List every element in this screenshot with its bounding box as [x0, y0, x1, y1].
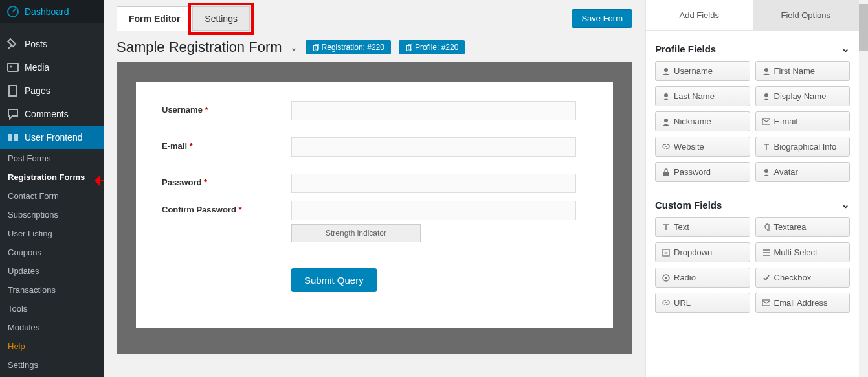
field-type-e-mail[interactable]: E-mail — [755, 111, 851, 131]
sub-coupons[interactable]: Coupons — [0, 243, 104, 262]
field-type-avatar[interactable]: Avatar — [755, 162, 851, 182]
username-input[interactable] — [291, 101, 576, 120]
scrollbar-thumb[interactable] — [859, 4, 868, 51]
sub-help[interactable]: Help — [0, 337, 104, 356]
field-username[interactable]: Username * — [162, 101, 587, 120]
text-icon — [662, 223, 670, 231]
confirm-password-input[interactable] — [291, 201, 576, 220]
field-type-label: Dropdown — [674, 247, 712, 257]
radio-icon — [662, 274, 670, 282]
copy-icon — [312, 44, 319, 51]
section-custom-fields[interactable]: Custom Fields⌄ — [655, 195, 850, 217]
field-type-display-name[interactable]: Display Name — [755, 86, 851, 106]
sidebar-item-comments[interactable]: Comments — [0, 102, 104, 126]
sidebar-item-label: User Frontend — [25, 132, 82, 143]
sub-settings[interactable]: Settings — [0, 356, 104, 374]
password-input[interactable] — [291, 174, 576, 193]
sidebar-item-dashboard[interactable]: Dashboard — [0, 0, 104, 23]
sub-user-listing[interactable]: User Listing — [0, 224, 104, 243]
sub-post-forms[interactable]: Post Forms — [0, 149, 104, 168]
text-icon — [762, 143, 770, 151]
sub-subscriptions[interactable]: Subscriptions — [0, 205, 104, 224]
password-strength-indicator: Strength indicator — [291, 224, 421, 242]
sidebar-item-label: Comments — [25, 109, 69, 119]
main-content: Form Editor Settings Save Form Sample Re… — [104, 0, 645, 377]
save-form-button[interactable]: Save Form — [572, 9, 632, 28]
field-type-label: Website — [674, 142, 704, 152]
chevron-down-icon[interactable]: ⌄ — [290, 42, 298, 52]
submit-query-button[interactable]: Submit Query — [291, 268, 377, 292]
field-type-email-address[interactable]: Email Address — [755, 293, 851, 313]
sidebar-item-user-frontend[interactable]: User Frontend — [0, 126, 104, 149]
field-type-label: Checkbox — [774, 273, 812, 282]
field-type-checkbox[interactable]: Checkbox — [755, 268, 851, 288]
field-label: Password — [162, 177, 201, 187]
tab-settings[interactable]: Settings — [192, 6, 250, 31]
sidebar-item-label: Pages — [25, 86, 50, 96]
field-type-label: Last Name — [674, 91, 715, 101]
tab-form-editor[interactable]: Form Editor — [117, 6, 192, 31]
user-icon — [762, 93, 770, 100]
admin-sidebar: Dashboard Posts Media Pages Comments Use… — [0, 0, 104, 377]
pin-icon — [6, 38, 19, 51]
sidebar-item-posts[interactable]: Posts — [0, 32, 104, 56]
profile-shortcode-pill[interactable]: Profile: #220 — [399, 40, 465, 54]
sub-tools[interactable]: Tools — [0, 299, 104, 318]
user-icon — [762, 168, 770, 176]
field-label: Confirm Password — [162, 205, 236, 214]
field-type-label: Nickname — [674, 117, 711, 126]
field-type-text[interactable]: Text — [655, 217, 750, 237]
check-icon — [762, 274, 770, 282]
field-type-url[interactable]: URL — [655, 293, 750, 313]
user-icon — [662, 67, 670, 75]
field-type-label: E-mail — [774, 117, 798, 126]
sub-registration-forms[interactable]: Registration Forms — [0, 168, 104, 187]
field-type-radio[interactable]: Radio — [655, 268, 750, 288]
field-type-username[interactable]: Username — [655, 61, 750, 81]
email-input[interactable] — [291, 137, 576, 157]
required-asterisk: * — [205, 105, 208, 115]
sidebar-item-label: Dashboard — [25, 6, 69, 17]
section-profile-fields[interactable]: Profile Fields⌄ — [655, 39, 850, 61]
field-type-first-name[interactable]: First Name — [755, 61, 851, 81]
sidebar-item-pages[interactable]: Pages — [0, 79, 104, 102]
section-title: Custom Fields — [655, 200, 722, 211]
required-asterisk: * — [204, 177, 207, 187]
field-type-label: First Name — [774, 66, 816, 76]
page-icon — [6, 84, 19, 97]
field-label: Username — [162, 105, 203, 115]
field-email[interactable]: E-mail * — [162, 137, 587, 157]
form-canvas-wrap: Username * E-mail * Password * Confirm P… — [117, 62, 632, 354]
right-panel: Add Fields Field Options Profile Fields⌄… — [645, 0, 859, 377]
field-type-label: Multi Select — [774, 247, 818, 257]
pill-label: Registration: #220 — [322, 43, 384, 52]
field-type-multi-select[interactable]: Multi Select — [755, 242, 851, 262]
user-icon — [662, 93, 670, 100]
registration-shortcode-pill[interactable]: Registration: #220 — [306, 40, 391, 54]
field-type-dropdown[interactable]: Dropdown — [655, 242, 750, 262]
user-icon — [762, 67, 770, 75]
field-type-password[interactable]: Password — [655, 162, 750, 182]
field-type-nickname[interactable]: Nickname — [655, 111, 750, 131]
sub-transactions[interactable]: Transactions — [0, 280, 104, 299]
tab-add-fields[interactable]: Add Fields — [646, 0, 753, 31]
sub-modules[interactable]: Modules — [0, 318, 104, 337]
section-title: Profile Fields — [655, 43, 716, 54]
field-type-website[interactable]: Website — [655, 137, 750, 157]
field-label: E-mail — [162, 141, 187, 151]
vertical-scrollbar[interactable] — [859, 0, 868, 377]
field-password[interactable]: Password * — [162, 174, 587, 193]
field-type-textarea[interactable]: Textarea — [755, 217, 851, 237]
copy-icon — [405, 44, 412, 51]
sub-contact-form[interactable]: Contact Form — [0, 187, 104, 205]
field-type-last-name[interactable]: Last Name — [655, 86, 750, 106]
mail-icon — [762, 299, 770, 307]
sub-updates[interactable]: Updates — [0, 262, 104, 280]
lock-icon — [662, 168, 670, 176]
mail-icon — [762, 118, 770, 126]
field-confirm-password[interactable]: Confirm Password * Strength indicator — [162, 201, 587, 242]
field-type-label: Textarea — [774, 222, 807, 232]
tab-field-options[interactable]: Field Options — [753, 0, 860, 31]
field-type-biographical-info[interactable]: Biographical Info — [755, 137, 851, 157]
sidebar-item-media[interactable]: Media — [0, 56, 104, 79]
